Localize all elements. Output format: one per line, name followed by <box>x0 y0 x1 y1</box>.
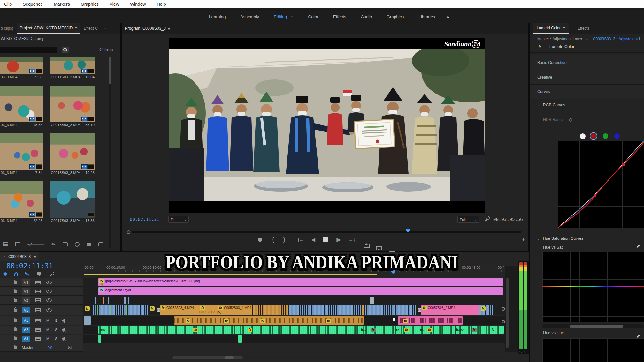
fx-badge[interactable]: fx <box>326 319 331 323</box>
menu-view[interactable]: View <box>110 2 119 7</box>
rgb-curve-editor[interactable] <box>558 141 644 228</box>
fx-badge[interactable]: fx <box>85 306 90 311</box>
tab-source-clips[interactable]: o clips) <box>0 23 17 34</box>
tab-effects[interactable]: Effects <box>574 23 593 34</box>
fx-badge[interactable]: fx <box>403 319 408 323</box>
clip-name[interactable]: C0017S03_3.MP4 <box>51 219 81 222</box>
timeline-clip-v3[interactable]: fxAdjustment Layer <box>98 287 503 295</box>
workspace-overflow-icon[interactable]: » <box>447 14 449 19</box>
timeline-clip[interactable]: fxC0052S03_4.MP4 <box>160 305 199 315</box>
meter-solo-right[interactable]: S <box>524 351 526 354</box>
audio-clip[interactable]: fx fx fx fx <box>174 316 364 325</box>
eyedropper-icon[interactable] <box>636 245 640 249</box>
clip-fragment-strip[interactable] <box>365 305 417 315</box>
track-label-v2[interactable]: V2 <box>22 297 30 304</box>
track-label-a2[interactable]: A2 <box>22 327 30 333</box>
lock-icon[interactable] <box>14 290 17 293</box>
hue-saturation-curves-header[interactable]: ⌄ Hue Saturation Curves <box>537 236 583 241</box>
lock-icon[interactable] <box>14 309 17 312</box>
automate-sequence-icon[interactable] <box>63 242 68 246</box>
clip-thumbnail[interactable] <box>50 57 95 74</box>
source-patch-icon[interactable] <box>35 290 41 293</box>
track-label-a1[interactable]: A1 <box>22 317 30 324</box>
clip-name[interactable]: 03_3.MP4 <box>1 75 17 79</box>
go-to-in-icon[interactable]: {← <box>298 237 304 242</box>
clip-name[interactable]: C0013S03_3.MP4 <box>51 123 81 127</box>
clip-fragment[interactable] <box>126 305 127 315</box>
clip-fragment[interactable] <box>124 297 126 304</box>
solo-button[interactable]: S <box>55 337 57 341</box>
fx-badge[interactable]: fx <box>193 328 198 332</box>
clip-thumbnail[interactable] <box>0 86 43 122</box>
fx-badge[interactable]: fx <box>422 306 427 310</box>
track-label-v4[interactable]: V4 <box>22 279 30 286</box>
clip-thumbnail[interactable] <box>0 57 43 74</box>
clip-fragment-strip[interactable] <box>289 305 361 315</box>
audio-clip-fragment[interactable] <box>84 316 91 325</box>
add-marker-icon[interactable] <box>37 272 41 276</box>
hscrollbar-handle[interactable] <box>225 356 234 359</box>
zoom-slider[interactable] <box>27 244 44 245</box>
timeline-vscrollbar[interactable] <box>506 278 509 348</box>
resolution-dropdown[interactable]: Full⌄ <box>457 216 479 223</box>
step-forward-icon[interactable]: |▶ <box>336 237 341 243</box>
lift-icon[interactable] <box>364 244 370 248</box>
track-lane-v2[interactable] <box>83 296 505 305</box>
project-file-name[interactable]: WI KOTO MESJID.prproj <box>1 36 43 41</box>
section-curves[interactable]: Curves <box>530 84 644 99</box>
timeline-clip[interactable]: fxC0057S03_2.MP4 <box>421 305 463 315</box>
fx-badge[interactable]: fx <box>99 279 104 283</box>
fx-badge[interactable]: fx <box>200 306 205 310</box>
audio-clip-fragment[interactable] <box>98 335 101 343</box>
add-marker-icon[interactable] <box>258 238 262 242</box>
clip-fragment-strip[interactable] <box>253 305 288 315</box>
mic-icon[interactable] <box>63 319 65 322</box>
timeline-settings-wrench-icon[interactable] <box>48 272 53 277</box>
fx-badge[interactable]: fx <box>481 306 486 311</box>
master-clip-label[interactable]: Master * Adjustment Layer ⌄ C0009S03_3 *… <box>537 37 641 41</box>
hue-vs-sat-grid[interactable] <box>542 252 644 322</box>
clip-fragment[interactable] <box>108 297 109 304</box>
workspace-menu-icon[interactable]: ≡ <box>291 14 293 19</box>
mark-in-icon[interactable]: { <box>272 236 274 243</box>
program-tab[interactable]: Program: C0009S03_3 ≡ <box>122 23 173 34</box>
tab-project[interactable]: Project: ADWI KOTO MESJID ≡ <box>17 23 80 34</box>
mark-out-icon[interactable]: } <box>283 236 285 243</box>
sort-icon[interactable]: ≡▾ <box>51 242 56 246</box>
clip-marker-icon[interactable] <box>101 283 103 286</box>
lock-icon[interactable] <box>14 328 17 331</box>
project-scrollbar[interactable] <box>109 57 111 248</box>
program-video[interactable]: Sandiuno Tv <box>169 38 485 213</box>
program-scrub-bar[interactable] <box>132 231 521 233</box>
menu-window[interactable]: Window <box>130 2 146 7</box>
project-search-input[interactable] <box>0 47 58 54</box>
clip-fragment[interactable] <box>362 305 364 315</box>
scrub-handle-icon[interactable] <box>127 230 130 234</box>
timeline-clip[interactable]: fxC0052S03_4.MP4 [V] <box>217 305 252 315</box>
nest-toggle-icon[interactable]: ✱ <box>3 271 7 277</box>
hue-vs-hue-grid[interactable] <box>542 338 644 362</box>
track-label-a3[interactable]: A3 <box>22 336 30 342</box>
channel-red-button[interactable] <box>590 133 597 139</box>
source-patch-icon[interactable] <box>35 298 41 302</box>
mute-button[interactable]: M <box>46 328 49 332</box>
clip-name[interactable]: 03_3.MP4 <box>1 171 17 175</box>
timeline-timecode[interactable]: 00:02:11:31 <box>6 262 53 270</box>
solo-button[interactable]: S <box>55 328 57 332</box>
program-menu-icon[interactable]: ≡ <box>168 26 171 31</box>
fx-badge[interactable]: fx <box>404 328 409 332</box>
track-lane-a1[interactable]: fx fx fx fx fx <box>83 316 505 325</box>
meter-solo-left[interactable]: S <box>519 351 522 354</box>
track-lane-v3[interactable]: fxAdjustment Layer <box>83 287 505 296</box>
folder-search-icon[interactable] <box>62 47 69 53</box>
track-label-v3[interactable]: V3 <box>22 288 30 295</box>
timeline-playhead[interactable] <box>393 266 393 352</box>
mute-button[interactable]: M <box>46 319 49 322</box>
fit-dropdown[interactable]: Fit⌄ <box>168 216 189 223</box>
clip-fragment[interactable] <box>95 297 96 304</box>
mute-button[interactable]: M <box>46 337 49 341</box>
tab-lumetri-color[interactable]: Lumetri Color ≡ <box>533 23 569 34</box>
source-patch-icon[interactable] <box>35 308 41 312</box>
channel-blue-button[interactable] <box>614 133 620 139</box>
clip-name[interactable]: C0011S03_2.MP4 <box>51 75 80 79</box>
